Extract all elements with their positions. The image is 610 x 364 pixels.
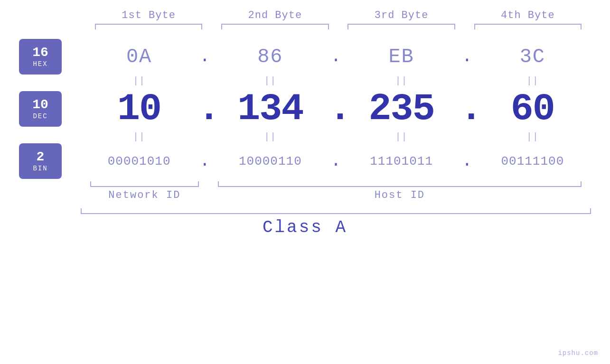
bin-byte2: 10000110 — [212, 154, 328, 168]
eq2-b2: || — [212, 131, 328, 142]
eq2-b1: || — [81, 131, 197, 142]
net-bracket-wrap — [81, 181, 208, 187]
eq1-b2: || — [212, 75, 328, 86]
hex-badge: 16 HEX — [19, 39, 62, 75]
byte2-header: 2nd Byte — [212, 9, 338, 21]
byte-headers: 1st Byte 2nd Byte 3rd Byte 4th Byte — [19, 9, 591, 21]
hex-row: 16 HEX 0A . 86 . EB . 3C — [19, 39, 591, 75]
hex-byte1: 0A — [81, 46, 197, 68]
eq1-b1: || — [81, 75, 197, 86]
dec-byte3: 235 — [343, 87, 460, 131]
watermark: ipshu.com — [558, 349, 598, 357]
id-labels-row: Network ID Host ID — [19, 189, 591, 201]
hex-dot1: . — [197, 47, 212, 66]
big-bottom-bracket-row — [19, 208, 591, 214]
main-container: 1st Byte 2nd Byte 3rd Byte 4th Byte 16 H… — [0, 0, 610, 364]
hex-dot2: . — [329, 47, 343, 66]
bin-byte1: 00001010 — [81, 154, 197, 168]
bracket-2 — [212, 24, 338, 29]
hex-byte3: EB — [343, 46, 460, 68]
class-label-row: Class A — [19, 218, 591, 237]
dec-byte2: 134 — [212, 87, 328, 131]
eq1-b3: || — [343, 75, 460, 86]
dec-dot1: . — [197, 87, 212, 131]
host-bracket-wrap — [208, 181, 591, 187]
byte4-header: 4th Byte — [465, 9, 591, 21]
bracket-line-2 — [221, 24, 328, 29]
eq2-b3: || — [343, 131, 460, 142]
bin-dot2: . — [329, 151, 343, 171]
bin-row: 2 BIN 00001010 . 10000110 . 11101011 . 0… — [19, 143, 591, 179]
host-bracket-line — [218, 181, 582, 187]
eq-row-2: || || || || — [19, 131, 591, 142]
dec-badge: 10 DEC — [19, 91, 62, 127]
hex-values: 0A . 86 . EB . 3C — [81, 46, 591, 68]
hex-byte2: 86 — [212, 46, 328, 68]
bin-dot3: . — [460, 151, 474, 171]
bin-base-label: BIN — [33, 165, 47, 172]
dec-row: 10 DEC 10 . 134 . 235 . 60 — [19, 87, 591, 131]
bin-dot1: . — [197, 151, 212, 171]
eq2-b4: || — [474, 131, 591, 142]
hex-dot3: . — [460, 47, 474, 66]
dec-dot2: . — [329, 87, 343, 131]
byte1-header: 1st Byte — [85, 9, 212, 21]
network-id-label: Network ID — [81, 189, 208, 201]
dec-byte4: 60 — [474, 87, 591, 131]
bracket-4 — [465, 24, 591, 29]
dec-base-number: 10 — [32, 98, 48, 112]
dec-byte1: 10 — [81, 87, 197, 131]
bin-byte3: 11101011 — [343, 154, 460, 168]
bin-base-number: 2 — [37, 150, 45, 165]
bracket-line-1 — [95, 24, 202, 29]
bracket-3 — [338, 24, 465, 29]
big-bottom-bracket-line — [81, 208, 591, 214]
bin-badge: 2 BIN — [19, 143, 62, 179]
bin-byte4: 00111100 — [474, 154, 591, 168]
eq-row-1: || || || || — [19, 75, 591, 86]
net-bracket-line — [90, 181, 198, 187]
dec-base-label: DEC — [33, 112, 47, 120]
bin-values: 00001010 . 10000110 . 11101011 . 0011110… — [81, 151, 591, 171]
class-a-label: Class A — [263, 218, 347, 237]
dec-dot3: . — [460, 87, 474, 131]
hex-byte4: 3C — [474, 46, 591, 68]
bottom-brackets — [19, 181, 591, 187]
hex-base-label: HEX — [33, 60, 47, 68]
host-id-label: Host ID — [208, 189, 591, 201]
bracket-1 — [85, 24, 212, 29]
eq1-b4: || — [474, 75, 591, 86]
bracket-line-4 — [474, 24, 582, 29]
dec-values: 10 . 134 . 235 . 60 — [81, 87, 591, 131]
top-brackets — [19, 24, 591, 29]
hex-base-number: 16 — [32, 46, 48, 60]
bracket-line-3 — [347, 24, 455, 29]
byte3-header: 3rd Byte — [338, 9, 465, 21]
